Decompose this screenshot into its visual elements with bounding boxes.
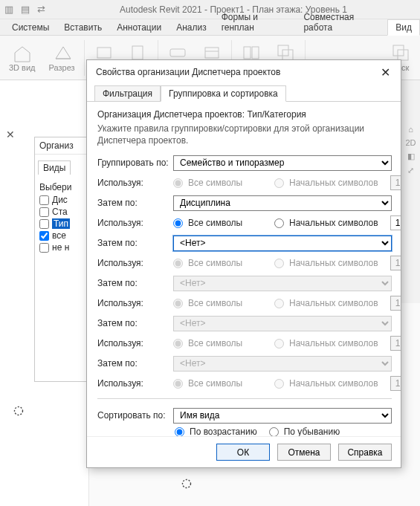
busy-cursor-icon: [13, 406, 24, 416]
all-characters-radio: Все символы: [173, 338, 270, 348]
svg-rect-12: [393, 45, 404, 56]
svg-rect-5: [170, 49, 185, 56]
browser-org-check-item[interactable]: Дис: [35, 194, 93, 206]
using-label: Используя:: [97, 338, 172, 348]
svg-point-14: [15, 407, 23, 415]
radio-label: По убыванию: [284, 426, 340, 436]
ribbon-label: 3D вид: [9, 63, 36, 72]
using-row: Используя:Все символыНачальных символов▲…: [97, 374, 392, 392]
group-by-row: Группировать по:Семейство и типоразмер: [97, 154, 392, 172]
house-3d-icon: [12, 42, 33, 63]
qat-icon[interactable]: ▤: [21, 4, 30, 15]
nav-icon[interactable]: ◧: [407, 152, 415, 161]
all-characters-radio[interactable]: Все символы: [173, 218, 270, 228]
browser-org-check-item[interactable]: все: [35, 230, 93, 241]
ribbon-tab-massing[interactable]: Формы и генплан: [214, 10, 297, 35]
nav-2d-icon[interactable]: 2D: [405, 138, 416, 147]
using-label: Используя:: [97, 178, 172, 188]
svg-rect-3: [97, 48, 111, 58]
dialog-title: Свойства организации Диспетчера проектов: [96, 67, 280, 77]
browser-org-check-item[interactable]: не н: [35, 241, 93, 253]
dialog-body: Организация Диспетчера проектов: Тип/Кат…: [87, 102, 401, 436]
svg-rect-8: [244, 47, 251, 59]
radio-label: Все символы: [188, 298, 242, 308]
ribbon-btn-3dview[interactable]: 3D вид: [4, 41, 40, 74]
ribbon-btn-section[interactable]: Разрез: [45, 41, 80, 74]
busy-cursor-icon: [181, 479, 192, 489]
tab-grouping[interactable]: Группировка и сортировка: [161, 85, 286, 102]
ribbon-tab-analyze[interactable]: Анализ: [169, 20, 214, 35]
dialog-tabs: Фильтрация Группировка и сортировка: [87, 84, 401, 102]
then-by-label: Затем по:: [97, 278, 172, 288]
close-icon[interactable]: ✕: [6, 129, 15, 140]
panel-tab-views[interactable]: Виды: [38, 160, 71, 175]
using-label: Используя:: [97, 258, 172, 268]
close-icon[interactable]: ✕: [376, 64, 395, 81]
then-by-combo[interactable]: Дисциплина: [173, 195, 392, 211]
ribbon-tab-systems[interactable]: Системы: [4, 20, 56, 35]
section-icon: [51, 42, 72, 63]
svg-rect-10: [278, 45, 288, 56]
then-by-label: Затем по:: [97, 358, 172, 369]
dialog-buttons: ОК Отмена Справка: [87, 436, 401, 467]
then-by-combo: <Нет>: [173, 316, 392, 331]
cancel-button[interactable]: Отмена: [277, 444, 331, 461]
ribbon-tab-insert[interactable]: Вставить: [56, 20, 109, 35]
radio-label: Все символы: [188, 178, 242, 188]
leading-count-spinner[interactable]: ▲▼: [390, 215, 401, 230]
checkbox[interactable]: [39, 195, 49, 205]
then-by-row: Затем по:Дисциплина: [97, 194, 392, 212]
svg-point-15: [183, 480, 191, 488]
using-label: Используя:: [97, 298, 172, 308]
dialog-heading: Организация Диспетчера проектов: Тип/Кат…: [97, 109, 392, 120]
dialog-description: Укажите правила группировки/сортировки д…: [97, 123, 392, 146]
sort-direction-row: По возрастанию По убыванию: [175, 426, 392, 436]
then-by-label: Затем по:: [97, 198, 172, 208]
sort-asc-radio[interactable]: По возрастанию: [175, 426, 257, 436]
browser-org-check-item[interactable]: Ста: [35, 206, 93, 218]
ok-button[interactable]: ОК: [216, 444, 270, 461]
checkbox[interactable]: [39, 231, 49, 241]
group-by-combo[interactable]: Семейство и типоразмер: [173, 155, 392, 171]
ribbon-tab-collab[interactable]: Совместная работа: [296, 10, 387, 35]
nav-icon[interactable]: ⌂: [408, 125, 413, 134]
browser-org-check-item[interactable]: Тип: [35, 218, 93, 230]
ribbon-separator: [84, 40, 85, 76]
browser-org-panel: Организ Виды Выбери ДисСтаТипвсене н: [34, 137, 94, 382]
ribbon-tab-view[interactable]: Вид: [387, 19, 420, 36]
sort-by-combo[interactable]: Имя вида: [173, 408, 392, 424]
leading-characters-radio[interactable]: Начальных символов: [274, 218, 386, 228]
checkbox[interactable]: [39, 219, 49, 229]
qat-icon[interactable]: ⇄: [37, 4, 45, 15]
tab-filtering[interactable]: Фильтрация: [94, 85, 161, 102]
sort-desc-radio[interactable]: По убыванию: [269, 426, 340, 436]
leading-count-spinner: ▲▼: [390, 256, 401, 270]
check-label: Ста: [52, 207, 68, 217]
svg-marker-1: [56, 47, 71, 59]
qat-icon[interactable]: ▥: [4, 4, 13, 15]
leading-characters-radio: Начальных символов: [274, 258, 386, 268]
checkbox[interactable]: [39, 207, 49, 217]
then-by-row: Затем по:<Нет>: [97, 354, 392, 372]
ribbon-label: Разрез: [49, 63, 75, 72]
using-row: Используя:Все символыНачальных символов▲…: [97, 334, 392, 352]
using-row: Используя:Все символыНачальных символов▲…: [97, 254, 392, 272]
leading-characters-radio: Начальных символов: [274, 378, 386, 389]
svg-rect-6: [205, 48, 219, 58]
check-label: не н: [52, 242, 69, 253]
leading-count-spinner: ▲▼: [390, 376, 401, 391]
radio-label: Начальных символов: [289, 258, 378, 268]
svg-marker-0: [15, 47, 30, 62]
then-by-combo[interactable]: <Нет>: [173, 236, 392, 251]
ribbon-tabs: Системы Вставить Аннотации Анализ Формы …: [0, 19, 420, 36]
check-label: Тип: [52, 218, 70, 229]
nav-icon[interactable]: ⤢: [407, 166, 414, 175]
then-by-combo: <Нет>: [173, 356, 392, 372]
checkbox[interactable]: [39, 243, 49, 253]
check-label: Дис: [52, 195, 68, 205]
help-button[interactable]: Справка: [338, 444, 392, 461]
all-characters-radio: Все символы: [173, 378, 270, 389]
svg-rect-9: [252, 47, 259, 59]
leading-characters-radio: Начальных символов: [274, 338, 386, 348]
ribbon-tab-annotate[interactable]: Аннотации: [109, 20, 169, 35]
